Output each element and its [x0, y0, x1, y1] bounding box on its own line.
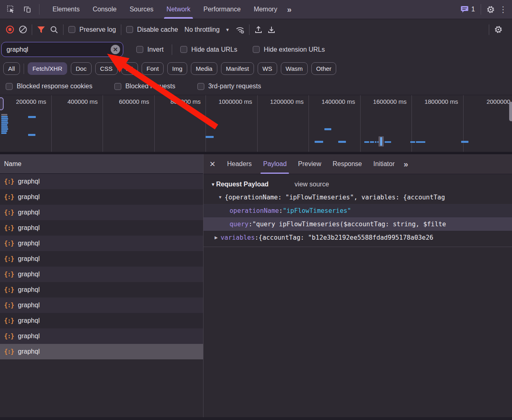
timeline-column: 1600000 ms [361, 95, 412, 152]
clear-filter-icon[interactable]: ✕ [111, 45, 120, 54]
overview-handle[interactable] [0, 97, 4, 110]
checkbox[interactable] [126, 26, 133, 33]
payload-row-variables[interactable]: ▶variables: {accountTag: "b12e3b2192ee55… [203, 231, 512, 244]
table-row[interactable]: {:}graphql [0, 313, 203, 328]
table-row[interactable]: {:}graphql [0, 328, 203, 344]
request-name: graphql [18, 240, 39, 247]
network-overview-timeline[interactable]: 200000 ms400000 ms600000 ms800000 ms1000… [0, 95, 512, 154]
tab-performance[interactable]: Performance [197, 0, 247, 19]
hide-extension-urls-checkbox[interactable]: Hide extension URLs [250, 46, 327, 53]
disable-cache-checkbox[interactable]: Disable cache [124, 26, 181, 33]
payload-row-operationName[interactable]: operationName: "ipFlowTimeseries" [203, 204, 512, 217]
details-tab-payload[interactable]: Payload [257, 154, 292, 174]
tab-elements[interactable]: Elements [46, 0, 86, 19]
filter-chip-fetch-xhr[interactable]: Fetch/XHR [28, 62, 67, 75]
network-settings-gear-icon[interactable] [492, 23, 505, 36]
details-tab-headers[interactable]: Headers [221, 154, 257, 174]
checkbox[interactable] [180, 46, 187, 53]
import-har-icon[interactable] [252, 23, 265, 36]
kebab-menu-icon[interactable]: ⋮ [497, 4, 509, 14]
tab-memory[interactable]: Memory [247, 0, 284, 19]
request-timeline-bar [1, 132, 7, 134]
3rd-party-requests-checkbox[interactable]: 3rd-party requests [195, 83, 264, 90]
overview-scrollbar[interactable] [509, 102, 512, 121]
request-timeline-bar [324, 128, 331, 130]
payload-row-query[interactable]: query: "query ipFlowTimeseries($accountT… [203, 217, 512, 231]
filter-chip-font[interactable]: Font [142, 62, 164, 75]
payload-key: query [230, 221, 249, 228]
inspect-element-icon[interactable] [4, 3, 18, 16]
table-row[interactable]: {:}graphql [0, 267, 203, 282]
divider [172, 44, 172, 55]
checkbox[interactable] [68, 26, 75, 33]
invert-checkbox[interactable]: Invert [134, 46, 166, 53]
close-details-icon[interactable]: × [203, 158, 221, 170]
table-row[interactable]: {:}graphql [0, 205, 203, 220]
preserve-log-checkbox[interactable]: Preserve log [66, 26, 118, 33]
table-row[interactable]: {:}graphql [0, 189, 203, 205]
export-har-icon[interactable] [265, 23, 278, 36]
details-tab-response[interactable]: Response [327, 154, 368, 174]
table-row[interactable]: {:}graphql [0, 236, 203, 251]
filter-chip-doc[interactable]: Doc [71, 62, 92, 75]
details-tab-initiator[interactable]: Initiator [368, 154, 400, 174]
filter-chip-ws[interactable]: WS [258, 62, 277, 75]
issues-badge[interactable]: 1 [457, 6, 478, 13]
checkbox[interactable] [253, 46, 260, 53]
device-toolbar-icon[interactable] [20, 3, 34, 16]
filter-chip-js[interactable]: JS [121, 62, 138, 75]
timeline-tick-label: 400000 ms [68, 98, 98, 105]
clear-button[interactable] [16, 23, 29, 36]
name-column-header[interactable]: Name [0, 154, 203, 174]
view-source-link[interactable]: view source [295, 181, 329, 188]
table-row[interactable]: {:}graphql [0, 251, 203, 267]
filter-chip-css[interactable]: CSS [95, 62, 118, 75]
details-tabbar: × HeadersPayloadPreviewResponseInitiator… [203, 154, 512, 174]
checkbox[interactable] [136, 46, 143, 53]
checkbox[interactable] [6, 83, 13, 90]
issues-count: 1 [471, 6, 475, 13]
blocked-response-cookies-checkbox[interactable]: Blocked response cookies [3, 83, 95, 90]
throttling-dropdown[interactable]: No throttling ▼ [180, 26, 234, 33]
record-button[interactable] [3, 23, 16, 36]
json-fetch-icon: {:} [4, 178, 14, 185]
payload-preview-row[interactable]: ▼ {operationName: "ipFlowTimeseries", va… [203, 190, 512, 204]
tab-sources[interactable]: Sources [123, 0, 160, 19]
payload-colon: : [279, 207, 282, 214]
filter-chip-manifest[interactable]: Manifest [221, 62, 254, 75]
filter-chip-other[interactable]: Other [311, 62, 337, 75]
divider [39, 4, 39, 15]
blocked-requests-checkbox[interactable]: Blocked requests [112, 83, 178, 90]
request-payload-section[interactable]: ▼ Request Payload view source [203, 174, 512, 190]
table-row[interactable]: {:}graphql [0, 220, 203, 236]
filter-chip-media[interactable]: Media [191, 62, 217, 75]
payload-colon: : [255, 234, 258, 241]
filter-chip-img[interactable]: Img [167, 62, 187, 75]
request-name: graphql [18, 224, 39, 232]
timeline-column: 800000 ms [155, 95, 206, 152]
hide-data-urls-checkbox[interactable]: Hide data URLs [178, 46, 240, 53]
details-tab-preview[interactable]: Preview [292, 154, 327, 174]
table-row[interactable]: {:}graphql [0, 282, 203, 298]
more-details-tabs-icon[interactable]: » [400, 160, 411, 169]
filter-input[interactable] [2, 46, 123, 53]
divider [121, 24, 121, 35]
preserve-log-label: Preserve log [79, 26, 116, 33]
network-conditions-icon[interactable] [234, 23, 247, 36]
checkbox[interactable] [114, 83, 121, 90]
settings-gear-icon[interactable] [484, 3, 497, 16]
checkbox[interactable] [197, 83, 204, 90]
expand-triangle-icon[interactable]: ▶ [212, 235, 221, 240]
more-tabs-icon[interactable]: » [284, 5, 295, 14]
filter-chip-wasm[interactable]: Wasm [281, 62, 308, 75]
search-icon[interactable] [48, 23, 61, 36]
tab-network[interactable]: Network [160, 0, 197, 19]
table-row[interactable]: {:}graphql [0, 298, 203, 313]
tab-console[interactable]: Console [86, 0, 123, 19]
collapse-triangle-icon[interactable]: ▼ [211, 182, 215, 187]
table-row[interactable]: {:}graphql [0, 174, 203, 189]
filter-chip-all[interactable]: All [3, 62, 20, 75]
expand-triangle-icon[interactable]: ▼ [216, 195, 225, 199]
table-row[interactable]: {:}graphql [0, 344, 203, 359]
filter-icon[interactable] [35, 23, 48, 36]
